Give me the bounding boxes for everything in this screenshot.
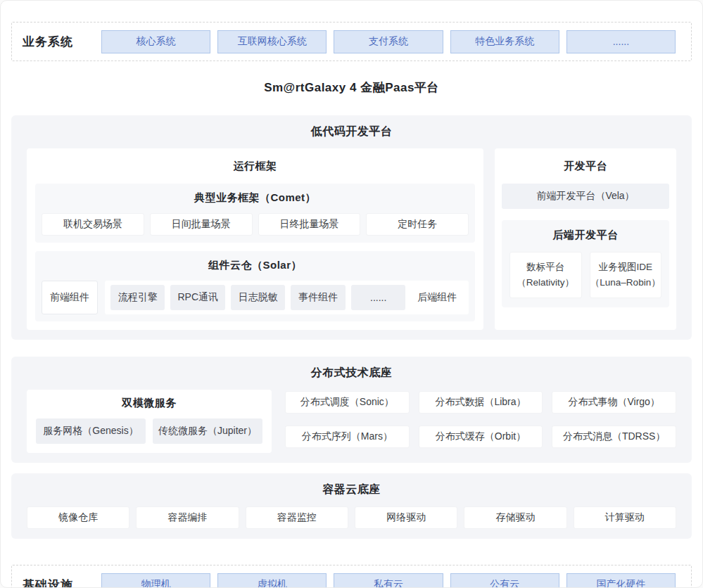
business-systems-label: 业务系统 bbox=[23, 34, 101, 50]
container-cloud-item-box: 网络驱动 bbox=[355, 506, 457, 529]
dual-mode-microservice-panel: 双模微服务 服务网格（Genesis）传统微服务（Jupiter） bbox=[27, 390, 272, 453]
infrastructure-chip: 虚拟机 bbox=[217, 573, 327, 588]
backend-dev-item-name: 业务视图IDE bbox=[598, 260, 652, 275]
dual-mode-chip: 服务网格（Genesis） bbox=[36, 418, 146, 444]
lowcode-platform-section: 低代码开发平台 运行框架 典型业务框架（Comet） 联机交易场景日间批量场景日… bbox=[11, 115, 692, 340]
solar-component-panel: 组件云仓（Solar） 前端组件 流程引擎RPC通讯日志脱敏事件组件......… bbox=[35, 251, 475, 321]
business-system-chip: 核心系统 bbox=[101, 30, 210, 53]
infrastructure-chip: 国产化硬件 bbox=[566, 573, 676, 588]
container-cloud-item-box: 计算驱动 bbox=[574, 506, 676, 529]
backend-dev-item-codename: （Relativity） bbox=[517, 275, 574, 290]
backend-dev-platform-title: 后端开发平台 bbox=[509, 229, 661, 242]
infrastructure-chips: 物理机虚拟机私有云公有云国产化硬件 bbox=[101, 573, 676, 588]
comet-framework-title: 典型业务框架（Comet） bbox=[42, 191, 469, 205]
lowcode-body: 运行框架 典型业务框架（Comet） 联机交易场景日间批量场景日终批量场景定时任… bbox=[27, 148, 676, 330]
infrastructure-chip: 物理机 bbox=[101, 573, 210, 588]
solar-component-title: 组件云仓（Solar） bbox=[42, 259, 469, 272]
container-cloud-item-box: 存储驱动 bbox=[464, 506, 566, 529]
infrastructure-chip: 公有云 bbox=[450, 573, 559, 588]
container-cloud-items: 镜像仓库容器编排容器监控网络驱动存储驱动计算驱动 bbox=[27, 506, 676, 529]
comet-item-box: 定时任务 bbox=[366, 213, 469, 236]
comet-item-box: 日间批量场景 bbox=[150, 213, 253, 236]
runtime-framework-title: 运行框架 bbox=[35, 160, 475, 173]
page-title: Sm@rtGalaxy 4 金融Paas平台 bbox=[1, 79, 702, 96]
distributed-service-box: 分布式数据（Libra） bbox=[419, 391, 543, 414]
solar-chip: ...... bbox=[351, 285, 405, 310]
runtime-framework-panel: 运行框架 典型业务框架（Comet） 联机交易场景日间批量场景日终批量场景定时任… bbox=[27, 148, 483, 330]
backend-dev-item-codename: （Luna–Robin） bbox=[590, 275, 661, 290]
solar-chip: RPC通讯 bbox=[170, 285, 224, 310]
business-systems-chips: 核心系统互联网核心系统支付系统特色业务系统...... bbox=[101, 30, 676, 53]
distributed-body: 双模微服务 服务网格（Genesis）传统微服务（Jupiter） 分布式调度（… bbox=[27, 390, 676, 453]
solar-chip: 日志脱敏 bbox=[231, 285, 285, 310]
solar-chip: 事件组件 bbox=[291, 285, 345, 310]
vela-frontend-platform-box: 前端开发平台（Vela） bbox=[502, 184, 669, 209]
comet-item-box: 日终批量场景 bbox=[258, 213, 361, 236]
architecture-diagram-page: 业务系统 核心系统互联网核心系统支付系统特色业务系统...... Sm@rtGa… bbox=[0, 0, 703, 588]
distributed-service-box: 分布式缓存（Orbit） bbox=[419, 426, 543, 448]
infrastructure-label: 基础设施 bbox=[23, 577, 101, 588]
comet-framework-panel: 典型业务框架（Comet） 联机交易场景日间批量场景日终批量场景定时任务 bbox=[35, 184, 475, 243]
dev-platform-title: 开发平台 bbox=[502, 160, 669, 173]
comet-item-box: 联机交易场景 bbox=[42, 213, 144, 236]
distributed-section-title: 分布式技术底座 bbox=[27, 366, 676, 381]
business-systems-row: 业务系统 核心系统互联网核心系统支付系统特色业务系统...... bbox=[11, 22, 692, 61]
infrastructure-row: 基础设施 物理机虚拟机私有云公有云国产化硬件 bbox=[11, 565, 692, 588]
dev-platform-panel: 开发平台 前端开发平台（Vela） 后端开发平台 数标平台 （Relativit… bbox=[495, 148, 676, 330]
container-cloud-item-box: 容器监控 bbox=[246, 506, 348, 529]
solar-row: 前端组件 流程引擎RPC通讯日志脱敏事件组件...... 后端组件 bbox=[42, 281, 469, 314]
backend-dev-platform-panel: 后端开发平台 数标平台 （Relativity） 业务视图IDE （Luna–R… bbox=[502, 220, 669, 307]
distributed-service-box: 分布式序列（Mars） bbox=[285, 426, 410, 448]
lowcode-section-title: 低代码开发平台 bbox=[27, 124, 676, 139]
solar-frontend-box: 前端组件 bbox=[42, 281, 98, 314]
solar-chip-strip: 流程引擎RPC通讯日志脱敏事件组件...... 后端组件 bbox=[105, 281, 469, 314]
business-system-chip: ...... bbox=[566, 30, 676, 53]
business-system-chip: 互联网核心系统 bbox=[217, 30, 327, 53]
distributed-base-section: 分布式技术底座 双模微服务 服务网格（Genesis）传统微服务（Jupiter… bbox=[11, 357, 692, 463]
solar-chip: 流程引擎 bbox=[110, 285, 165, 310]
distributed-service-box: 分布式事物（Virgo） bbox=[552, 391, 676, 414]
container-cloud-title: 容器云底座 bbox=[27, 482, 676, 497]
distributed-service-box: 分布式消息（TDRSS） bbox=[552, 426, 676, 448]
distributed-service-box: 分布式调度（Sonic） bbox=[285, 391, 410, 414]
dual-mode-chips: 服务网格（Genesis）传统微服务（Jupiter） bbox=[36, 418, 262, 444]
dual-mode-chip: 传统微服务（Jupiter） bbox=[153, 418, 262, 444]
backend-dev-item-name: 数标平台 bbox=[526, 260, 564, 275]
comet-items: 联机交易场景日间批量场景日终批量场景定时任务 bbox=[42, 213, 469, 236]
business-system-chip: 支付系统 bbox=[334, 30, 443, 53]
container-cloud-section: 容器云底座 镜像仓库容器编排容器监控网络驱动存储驱动计算驱动 bbox=[11, 473, 692, 539]
dual-mode-title: 双模微服务 bbox=[36, 397, 262, 410]
container-cloud-item-box: 容器编排 bbox=[136, 506, 239, 529]
infrastructure-chip: 私有云 bbox=[334, 573, 443, 588]
distributed-services-grid: 分布式调度（Sonic）分布式数据（Libra）分布式事物（Virgo）分布式序… bbox=[285, 390, 676, 453]
backend-dev-item-box: 业务视图IDE （Luna–Robin） bbox=[590, 252, 662, 298]
container-cloud-item-box: 镜像仓库 bbox=[27, 506, 129, 529]
business-system-chip: 特色业务系统 bbox=[450, 30, 559, 53]
backend-dev-items: 数标平台 （Relativity） 业务视图IDE （Luna–Robin） bbox=[509, 252, 661, 298]
solar-backend-box: 后端组件 bbox=[411, 285, 463, 310]
backend-dev-item-box: 数标平台 （Relativity） bbox=[509, 252, 582, 298]
